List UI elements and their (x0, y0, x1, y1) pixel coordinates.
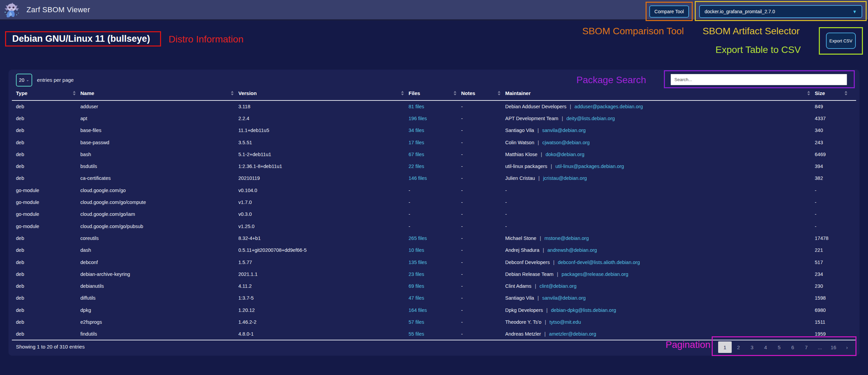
table-row: go-modulecloud.google.com/go/computev1.7… (16, 196, 852, 208)
cell-version: 3.5.51 (238, 140, 409, 145)
files-link[interactable]: 57 files (409, 319, 424, 325)
maintainer-email-link[interactable]: clint@debian.org (539, 283, 576, 289)
column-header-maintainer[interactable]: Maintainer (505, 90, 815, 96)
sort-icon[interactable] (454, 91, 456, 95)
compare-tool-button[interactable]: Compare Tool (649, 5, 689, 18)
cell-version: 2.2.4 (238, 116, 409, 121)
cell-size: 221 (815, 247, 852, 253)
files-link[interactable]: 135 files (409, 260, 427, 265)
files-link[interactable]: 17 files (409, 140, 424, 145)
column-header-notes[interactable]: Notes (461, 90, 505, 96)
cell-version: 8.32-4+b1 (238, 236, 409, 241)
files-link[interactable]: 22 files (409, 164, 424, 169)
maintainer-name: Theodore Y. Ts'o (505, 319, 541, 325)
cell-name: e2fsprogs (80, 319, 238, 325)
annotation-box-export-csv: Export CSV (819, 27, 863, 55)
cell-maintainer: Andreas Metzler|ametzler@debian.org (505, 331, 815, 337)
maintainer-email-link[interactable]: debian-dpkg@lists.debian.org (551, 307, 616, 313)
cell-maintainer: APT Development Team|deity@lists.debian.… (505, 116, 815, 121)
maintainer-email-link[interactable]: deity@lists.debian.org (566, 116, 615, 121)
files-link[interactable]: 67 files (409, 152, 424, 157)
sort-up-arrow-icon (401, 91, 404, 93)
maintainer-separator: | (551, 164, 552, 169)
table-row: debdash0.5.11+git20200708+dd9ef66-510 fi… (16, 244, 852, 256)
table-row: debapt2.2.4196 files-APT Development Tea… (16, 112, 852, 124)
annotation-label-package-search: Package Search (576, 75, 646, 86)
cell-files: 135 files (409, 260, 461, 265)
entries-per-page-select[interactable]: 20 ⌄ (16, 74, 32, 87)
cell-version: v1.7.0 (238, 200, 409, 205)
annotation-label-artifact-selector: SBOM Artifact Selector (703, 26, 800, 37)
maintainer-email-link[interactable]: cjwatson@debian.org (542, 140, 590, 145)
cell-files: 34 files (409, 128, 461, 133)
cell-notes: - (461, 104, 505, 109)
table-row: debbase-files11.1+deb11u534 files-Santia… (16, 125, 852, 136)
files-link[interactable]: 146 files (409, 175, 427, 181)
column-header-label: Type (16, 90, 27, 96)
files-link[interactable]: 47 files (409, 295, 424, 301)
table-row: debbase-passwd3.5.5117 files-Colin Watso… (16, 136, 852, 148)
sort-up-arrow-icon (807, 91, 810, 93)
maintainer-email-link[interactable]: debconf-devel@lists.alioth.debian.org (558, 260, 640, 265)
maintainer-email-link[interactable]: doko@debian.org (546, 152, 585, 157)
cell-files: - (409, 188, 461, 193)
sort-icon[interactable] (845, 91, 847, 95)
cell-notes: - (461, 140, 505, 145)
files-link[interactable]: 196 files (409, 116, 427, 121)
maintainer-email-link[interactable]: sanvila@debian.org (542, 295, 586, 301)
column-header-files[interactable]: Files (409, 90, 461, 96)
sort-up-arrow-icon (454, 91, 456, 93)
sort-up-arrow-icon (498, 91, 500, 93)
maintainer-email-link[interactable]: packages@release.debian.org (561, 271, 628, 277)
cell-type: deb (16, 128, 80, 133)
cell-version: v1.25.0 (238, 224, 409, 229)
cell-version: 4.11.2 (238, 283, 409, 289)
maintainer-email-link[interactable]: tytso@mit.edu (550, 319, 581, 325)
annotation-box-compare-tool: Compare Tool (646, 2, 693, 21)
maintainer-email-link[interactable]: ametzler@debian.org (549, 331, 596, 337)
cell-notes: - (461, 164, 505, 169)
cell-version: 1:2.36.1-8+deb11u1 (238, 164, 409, 169)
files-link[interactable]: 23 files (409, 271, 424, 277)
cell-size: 234 (815, 271, 852, 277)
maintainer-email-link[interactable]: util-linux@packages.debian.org (555, 164, 624, 169)
cell-type: deb (16, 271, 80, 277)
maintainer-separator: | (546, 307, 548, 313)
files-link[interactable]: 164 files (409, 307, 427, 313)
maintainer-separator: | (538, 175, 540, 181)
maintainer-email-link[interactable]: sanvila@debian.org (542, 128, 586, 133)
cell-maintainer: util-linux packagers|util-linux@packages… (505, 164, 815, 169)
sort-icon[interactable] (73, 91, 76, 95)
column-header-name[interactable]: Name (80, 90, 238, 96)
sbom-artifact-select[interactable]: docker.io_grafana_promtail_2.7.0 ▼ (699, 5, 862, 18)
cell-name: dash (80, 247, 238, 253)
files-link[interactable]: 69 files (409, 283, 424, 289)
files-link[interactable]: 265 files (409, 236, 427, 241)
files-link[interactable]: 34 files (409, 128, 424, 133)
maintainer-email-link[interactable]: andrewsh@debian.org (548, 247, 597, 253)
cell-files: 146 files (409, 175, 461, 181)
sort-icon[interactable] (401, 91, 404, 95)
maintainer-email-link[interactable]: mstone@debian.org (545, 236, 589, 241)
maintainer-email-link[interactable]: adduser@packages.debian.org (574, 104, 643, 109)
cell-version: 20210119 (238, 175, 409, 181)
export-csv-button[interactable]: Export CSV (826, 33, 856, 49)
cell-notes: - (461, 260, 505, 265)
sort-icon[interactable] (231, 91, 234, 95)
cell-notes: - (461, 211, 505, 217)
column-header-version[interactable]: Version (238, 90, 409, 96)
sort-icon[interactable] (498, 91, 500, 95)
sort-down-arrow-icon (807, 94, 810, 95)
maintainer-name: Debian Release Team (505, 271, 553, 277)
column-header-size[interactable]: Size (815, 90, 852, 96)
cell-version: 0.5.11+git20200708+dd9ef66-5 (238, 247, 409, 253)
maintainer-name: Andreas Metzler (505, 331, 541, 337)
zarf-axolotl-logo (3, 1, 21, 19)
maintainer-email-link[interactable]: jcristau@debian.org (543, 175, 587, 181)
files-link[interactable]: 55 files (409, 331, 424, 337)
sort-icon[interactable] (807, 91, 810, 95)
files-link[interactable]: 10 files (409, 247, 424, 253)
maintainer-separator: | (545, 331, 546, 337)
files-link[interactable]: 81 files (409, 104, 424, 109)
column-header-type[interactable]: Type (16, 90, 80, 96)
